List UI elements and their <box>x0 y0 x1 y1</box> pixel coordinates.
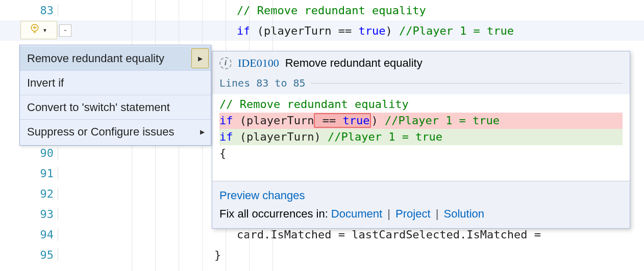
line-number: 90 <box>0 147 58 159</box>
line-number: 83 <box>0 4 58 17</box>
code-line-95[interactable]: 95 } <box>0 245 644 265</box>
preview-diff: // Remove redundant equality if (playerT… <box>212 94 630 181</box>
preview-lines-label: Lines 83 to 85 <box>212 75 630 94</box>
lightbulb-quick-actions-button[interactable]: ▼ <box>20 21 57 39</box>
quick-actions-menu: Remove redundant equality ▶ Invert if Co… <box>19 45 211 146</box>
collapse-toggle-button[interactable]: - <box>59 24 71 37</box>
menu-item-convert-switch[interactable]: Convert to 'switch' statement <box>20 95 211 120</box>
chevron-right-icon[interactable]: ▶ <box>191 48 209 68</box>
preview-changes-link[interactable]: Preview changes <box>219 189 305 202</box>
line-number: 94 <box>0 228 58 241</box>
diff-added-line: if (playerTurn) //Player 1 = true <box>219 129 623 145</box>
preview-footer: Preview changes Fix all occurrences in: … <box>212 181 630 228</box>
line-number: 95 <box>0 249 58 261</box>
fix-document-link[interactable]: Document <box>331 207 382 220</box>
line-number: 91 <box>0 167 58 180</box>
fix-preview-tooltip: i IDE0100 Remove redundant equality Line… <box>212 51 630 229</box>
svg-rect-1 <box>34 32 36 33</box>
comment: // Remove redundant equality <box>237 4 426 17</box>
menu-item-label: Invert if <box>27 76 64 90</box>
menu-item-label: Remove redundant equality <box>27 52 164 65</box>
keyword-if: if <box>237 24 251 37</box>
menu-item-invert-if[interactable]: Invert if <box>20 71 211 95</box>
lightbulb-icon <box>30 24 39 36</box>
diff-removed-line: if (playerTurn == true) //Player 1 = tru… <box>219 113 623 129</box>
line-number: 93 <box>0 208 58 221</box>
preview-header: i IDE0100 Remove redundant equality <box>212 51 630 75</box>
fix-project-link[interactable]: Project <box>395 207 430 220</box>
menu-item-suppress-configure[interactable]: Suppress or Configure issues ▶ <box>20 120 211 144</box>
fix-solution-link[interactable]: Solution <box>444 207 485 220</box>
line-number: 92 <box>0 187 58 200</box>
fix-all-label: Fix all occurrences in: <box>219 207 331 220</box>
code-line-83[interactable]: 83 // Remove redundant equality <box>0 0 644 20</box>
menu-item-remove-redundant-equality[interactable]: Remove redundant equality ▶ <box>20 46 211 71</box>
chevron-right-icon: ▶ <box>193 120 211 144</box>
info-icon: i <box>219 57 232 69</box>
diagnostic-code: IDE0100 <box>238 57 279 70</box>
code-line-84[interactable]: 84 if (playerTurn == true) //Player 1 = … <box>0 20 644 41</box>
chevron-down-icon: ▼ <box>42 28 47 33</box>
menu-item-label: Convert to 'switch' statement <box>27 101 170 114</box>
diagnostic-title: Remove redundant equality <box>285 57 423 70</box>
menu-item-label: Suppress or Configure issues <box>27 125 175 139</box>
